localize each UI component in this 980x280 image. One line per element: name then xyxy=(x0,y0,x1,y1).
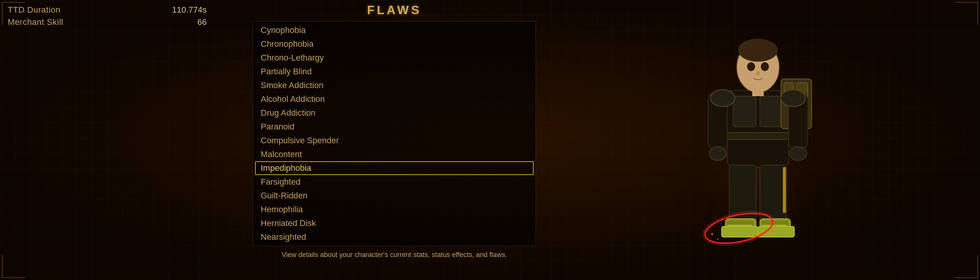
stats-panel: TTD Duration110.774sMerchant Skill66 xyxy=(0,0,214,280)
svg-point-32 xyxy=(773,231,774,233)
flaw-item-chronophobia[interactable]: Chronophobia xyxy=(253,37,536,51)
flaw-label: Smoke Addiction xyxy=(261,80,323,90)
flaw-label: Paranoid xyxy=(261,122,294,132)
svg-point-33 xyxy=(725,242,726,244)
flaw-item-herniated-disk[interactable]: Herniated Disk xyxy=(253,216,536,230)
flaw-item-compulsive-spender[interactable]: Compulsive Spender xyxy=(253,134,536,147)
flaw-label: Partially Blind xyxy=(261,67,312,77)
flaw-item-impediphobia[interactable]: Impediphobia xyxy=(253,161,536,175)
svg-rect-19 xyxy=(760,165,787,226)
flaw-label: Herniated Disk xyxy=(261,218,316,228)
flaw-label: Chronophobia xyxy=(261,39,314,49)
flaw-item-cynophobia[interactable]: Cynophobia xyxy=(253,23,536,37)
stat-label: TTD Duration xyxy=(8,5,60,15)
svg-rect-17 xyxy=(752,88,764,96)
svg-point-16 xyxy=(756,71,760,75)
svg-rect-23 xyxy=(727,224,752,226)
svg-point-35 xyxy=(781,90,805,106)
flaw-item-paranoid[interactable]: Paranoid xyxy=(253,120,536,134)
svg-point-13 xyxy=(738,39,778,62)
flaws-title: FLAWS xyxy=(367,3,421,17)
stat-value: 110.774s xyxy=(172,5,207,15)
svg-rect-3 xyxy=(760,96,783,127)
svg-rect-18 xyxy=(729,165,756,226)
svg-point-30 xyxy=(711,233,713,235)
flaw-label: Farsighted xyxy=(261,177,301,187)
flaw-item-guilt-ridden[interactable]: Guilt-Ridden xyxy=(253,189,536,203)
svg-rect-2 xyxy=(733,96,756,127)
stat-row: TTD Duration110.774s xyxy=(8,4,207,16)
flaw-label: Cynophobia xyxy=(261,25,305,35)
flaw-label: Chrono-Lethargy xyxy=(261,53,324,63)
flaw-item-malcontent[interactable]: Malcontent xyxy=(253,147,536,161)
character-container xyxy=(662,6,892,274)
flaw-item-chrono-lethargy[interactable]: Chrono-Lethargy xyxy=(253,51,536,65)
svg-point-15 xyxy=(761,62,769,71)
svg-rect-21 xyxy=(722,226,758,237)
flaw-item-smoke-addiction[interactable]: Smoke Addiction xyxy=(253,79,536,92)
svg-point-14 xyxy=(747,62,755,71)
flaw-item-alcohol-addiction[interactable]: Alcohol Addiction xyxy=(253,92,536,106)
svg-point-34 xyxy=(710,90,735,106)
flaw-label: Nearsighted xyxy=(261,232,306,242)
flaw-item-partially-blind[interactable]: Partially Blind xyxy=(253,65,536,79)
flaw-label: Guilt-Ridden xyxy=(261,191,307,201)
svg-rect-4 xyxy=(727,133,789,139)
stat-label: Merchant Skill xyxy=(8,17,63,27)
stat-row: Merchant Skill66 xyxy=(8,16,207,28)
flaw-label: Compulsive Spender xyxy=(261,136,339,146)
flaw-label: Alcohol Addiction xyxy=(261,94,325,104)
svg-point-31 xyxy=(717,238,719,240)
character-illustration xyxy=(662,6,854,267)
svg-rect-36 xyxy=(783,167,786,213)
flaw-item-drug-addiction[interactable]: Drug Addiction xyxy=(253,106,536,120)
stat-value: 66 xyxy=(198,17,207,27)
character-panel xyxy=(574,0,980,280)
flaw-label: Hemophilia xyxy=(261,205,303,215)
svg-point-9 xyxy=(709,147,726,160)
flaw-label: Impediphobia xyxy=(261,163,311,173)
flaw-label: Drug Addiction xyxy=(261,108,315,118)
flaw-label: Malcontent xyxy=(261,149,302,159)
svg-point-11 xyxy=(790,147,807,160)
flaws-list: CynophobiaChronophobiaChrono-LethargyPar… xyxy=(253,21,536,246)
flaws-panel: FLAWS CynophobiaChronophobiaChrono-Letha… xyxy=(214,0,574,280)
flaw-item-hemophilia[interactable]: Hemophilia xyxy=(253,203,536,216)
flaw-item-farsighted[interactable]: Farsighted xyxy=(253,175,536,189)
flaw-item-nearsighted[interactable]: Nearsighted xyxy=(253,230,536,244)
bottom-hint: View details about your character's curr… xyxy=(256,251,532,259)
